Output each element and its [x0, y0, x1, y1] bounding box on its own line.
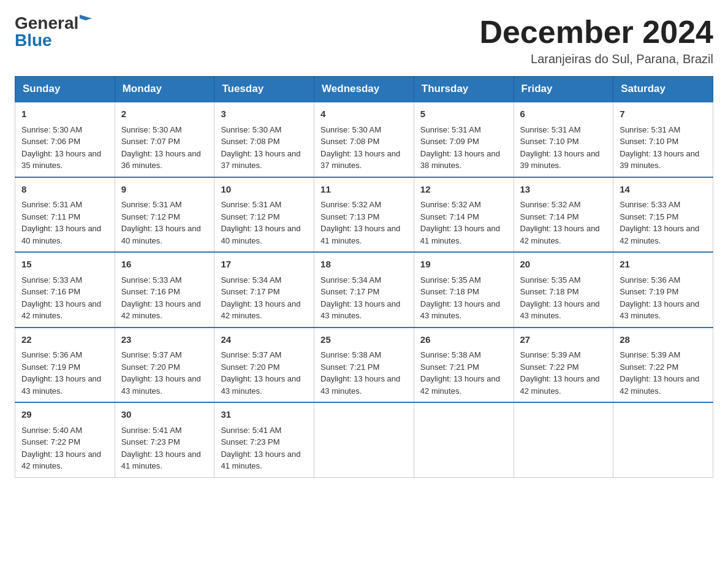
sunset-text: Sunset: 7:16 PM	[21, 287, 80, 296]
day-number: 22	[21, 333, 108, 347]
table-row: 14 Sunrise: 5:33 AM Sunset: 7:15 PM Dayl…	[613, 177, 713, 253]
sunrise-text: Sunrise: 5:33 AM	[21, 275, 82, 285]
table-row: 7 Sunrise: 5:31 AM Sunset: 7:10 PM Dayli…	[613, 102, 713, 177]
day-number: 1	[21, 107, 108, 121]
sunset-text: Sunset: 7:17 PM	[221, 287, 279, 296]
day-number: 28	[620, 333, 707, 347]
sunset-text: Sunset: 7:10 PM	[520, 137, 579, 146]
location-subtitle: Laranjeiras do Sul, Parana, Brazil	[479, 52, 713, 66]
sunset-text: Sunset: 7:22 PM	[21, 437, 80, 446]
sunrise-text: Sunrise: 5:32 AM	[320, 200, 381, 209]
sunrise-text: Sunrise: 5:37 AM	[121, 350, 182, 359]
day-number: 19	[420, 258, 507, 272]
sunrise-text: Sunrise: 5:30 AM	[21, 125, 82, 134]
day-number: 5	[420, 107, 507, 121]
day-number: 20	[520, 258, 607, 272]
daylight-text: Daylight: 13 hours and 42 minutes.	[121, 299, 201, 321]
sunset-text: Sunset: 7:14 PM	[420, 212, 479, 221]
table-row: 26 Sunrise: 5:38 AM Sunset: 7:21 PM Dayl…	[414, 327, 514, 403]
sunrise-text: Sunrise: 5:35 AM	[520, 275, 581, 285]
table-row: 16 Sunrise: 5:33 AM Sunset: 7:16 PM Dayl…	[115, 252, 214, 327]
table-row: 21 Sunrise: 5:36 AM Sunset: 7:19 PM Dayl…	[613, 252, 713, 327]
sunset-text: Sunset: 7:18 PM	[520, 287, 579, 296]
sunset-text: Sunset: 7:21 PM	[320, 362, 379, 372]
sunrise-text: Sunrise: 5:36 AM	[620, 275, 680, 285]
table-row: 15 Sunrise: 5:33 AM Sunset: 7:16 PM Dayl…	[15, 252, 115, 327]
sunrise-text: Sunrise: 5:31 AM	[520, 125, 581, 134]
daylight-text: Daylight: 13 hours and 43 minutes.	[320, 374, 400, 396]
table-row: 18 Sunrise: 5:34 AM Sunset: 7:17 PM Dayl…	[314, 252, 414, 327]
sunset-text: Sunset: 7:22 PM	[620, 362, 678, 372]
sunrise-text: Sunrise: 5:31 AM	[620, 125, 680, 134]
table-row: 3 Sunrise: 5:30 AM Sunset: 7:08 PM Dayli…	[214, 102, 314, 177]
table-row: 22 Sunrise: 5:36 AM Sunset: 7:19 PM Dayl…	[15, 327, 115, 403]
day-number: 23	[121, 333, 208, 347]
daylight-text: Daylight: 13 hours and 40 minutes.	[221, 224, 300, 245]
logo-flag-icon	[80, 15, 92, 31]
daylight-text: Daylight: 13 hours and 38 minutes.	[420, 149, 500, 170]
sunrise-text: Sunrise: 5:38 AM	[420, 350, 481, 359]
daylight-text: Daylight: 13 hours and 42 minutes.	[21, 299, 101, 321]
table-row: 12 Sunrise: 5:32 AM Sunset: 7:14 PM Dayl…	[414, 177, 514, 253]
day-number: 7	[620, 107, 707, 121]
daylight-text: Daylight: 13 hours and 39 minutes.	[620, 149, 699, 170]
table-row: 8 Sunrise: 5:31 AM Sunset: 7:11 PM Dayli…	[15, 177, 115, 253]
table-row	[613, 402, 713, 477]
calendar-week-row: 29 Sunrise: 5:40 AM Sunset: 7:22 PM Dayl…	[15, 402, 713, 477]
daylight-text: Daylight: 13 hours and 41 minutes.	[221, 450, 300, 471]
daylight-text: Daylight: 13 hours and 43 minutes.	[620, 299, 699, 321]
calendar-header-row: Sunday Monday Tuesday Wednesday Thursday…	[15, 77, 713, 102]
sunrise-text: Sunrise: 5:30 AM	[121, 125, 182, 134]
daylight-text: Daylight: 13 hours and 35 minutes.	[21, 149, 101, 170]
header-thursday: Thursday	[414, 77, 514, 102]
day-number: 4	[320, 107, 408, 121]
sunrise-text: Sunrise: 5:39 AM	[520, 350, 581, 359]
logo-blue-text: Blue	[15, 32, 52, 49]
logo-general-text: General	[15, 15, 78, 32]
daylight-text: Daylight: 13 hours and 41 minutes.	[420, 224, 500, 245]
table-row: 4 Sunrise: 5:30 AM Sunset: 7:08 PM Dayli…	[314, 102, 414, 177]
sunset-text: Sunset: 7:18 PM	[420, 287, 479, 296]
daylight-text: Daylight: 13 hours and 42 minutes.	[620, 224, 699, 245]
day-number: 21	[620, 258, 707, 272]
daylight-text: Daylight: 13 hours and 43 minutes.	[420, 299, 500, 321]
sunrise-text: Sunrise: 5:33 AM	[121, 275, 182, 285]
header-wednesday: Wednesday	[314, 77, 414, 102]
daylight-text: Daylight: 13 hours and 43 minutes.	[21, 374, 101, 396]
daylight-text: Daylight: 13 hours and 41 minutes.	[320, 224, 400, 245]
daylight-text: Daylight: 13 hours and 42 minutes.	[221, 299, 300, 321]
sunset-text: Sunset: 7:16 PM	[121, 287, 180, 296]
day-number: 25	[320, 333, 408, 347]
day-number: 24	[221, 333, 308, 347]
table-row: 17 Sunrise: 5:34 AM Sunset: 7:17 PM Dayl…	[214, 252, 314, 327]
table-row: 6 Sunrise: 5:31 AM Sunset: 7:10 PM Dayli…	[514, 102, 613, 177]
sunrise-text: Sunrise: 5:41 AM	[221, 426, 281, 435]
day-number: 14	[620, 183, 707, 197]
day-number: 13	[520, 183, 607, 197]
daylight-text: Daylight: 13 hours and 40 minutes.	[121, 224, 201, 245]
header-friday: Friday	[514, 77, 613, 102]
daylight-text: Daylight: 13 hours and 42 minutes.	[620, 374, 699, 396]
sunrise-text: Sunrise: 5:34 AM	[320, 275, 381, 285]
sunrise-text: Sunrise: 5:30 AM	[221, 125, 281, 134]
sunrise-text: Sunrise: 5:31 AM	[221, 200, 281, 209]
header-saturday: Saturday	[613, 77, 713, 102]
sunset-text: Sunset: 7:19 PM	[21, 362, 80, 372]
calendar-week-row: 15 Sunrise: 5:33 AM Sunset: 7:16 PM Dayl…	[15, 252, 713, 327]
sunset-text: Sunset: 7:13 PM	[320, 212, 379, 221]
calendar-table: Sunday Monday Tuesday Wednesday Thursday…	[15, 76, 713, 478]
sunset-text: Sunset: 7:15 PM	[620, 212, 678, 221]
sunset-text: Sunset: 7:09 PM	[420, 137, 479, 146]
header-tuesday: Tuesday	[214, 77, 314, 102]
sunset-text: Sunset: 7:19 PM	[620, 287, 678, 296]
table-row	[514, 402, 613, 477]
day-number: 3	[221, 107, 308, 121]
daylight-text: Daylight: 13 hours and 40 minutes.	[21, 224, 101, 245]
day-number: 8	[21, 183, 108, 197]
header-sunday: Sunday	[15, 77, 115, 102]
daylight-text: Daylight: 13 hours and 43 minutes.	[121, 374, 201, 396]
daylight-text: Daylight: 13 hours and 39 minutes.	[520, 149, 600, 170]
table-row: 1 Sunrise: 5:30 AM Sunset: 7:06 PM Dayli…	[15, 102, 115, 177]
day-number: 2	[121, 107, 208, 121]
day-number: 30	[121, 408, 208, 422]
